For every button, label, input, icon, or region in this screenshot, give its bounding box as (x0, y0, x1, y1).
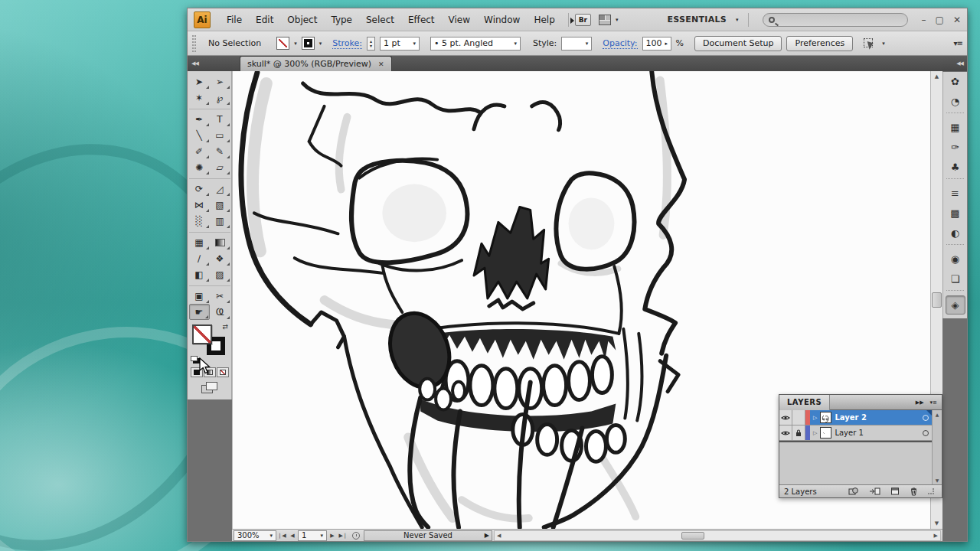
brushes-panel-button[interactable]: ✑ (946, 138, 965, 157)
selection-tool[interactable]: ➤ (189, 73, 210, 90)
appearance-panel-button[interactable]: ◉ (946, 249, 965, 269)
expand-triangle-icon[interactable]: ▷ (813, 430, 817, 436)
menu-object[interactable]: Object (280, 11, 324, 28)
scroll-down-icon[interactable]: ▼ (936, 478, 939, 483)
drawing-modes-button[interactable] (201, 382, 218, 393)
lock-toggle[interactable] (792, 425, 805, 440)
artboard-tool[interactable]: ▣ (189, 288, 210, 304)
none-button[interactable] (217, 367, 229, 377)
direct-selection-tool[interactable]: ➢ (210, 73, 230, 90)
panel-menu-icon[interactable]: ▾≡ (930, 399, 937, 406)
maximize-button[interactable]: ▢ (936, 15, 944, 25)
layer-name[interactable]: Layer 2 (835, 413, 866, 422)
save-status-field[interactable]: Never Saved ▶ (364, 530, 492, 541)
delete-layer-icon[interactable] (910, 487, 918, 496)
brush-definition-select[interactable]: • 5 pt. Angled▾ (430, 37, 521, 51)
stroke-weight-stepper[interactable]: ▴▾ (367, 37, 375, 51)
workspace-dropdown-icon[interactable]: ▾ (736, 17, 739, 23)
stroke-color-swatch[interactable] (276, 37, 289, 50)
close-button[interactable]: ✕ (953, 15, 961, 25)
menu-effect[interactable]: Effect (401, 11, 442, 28)
arrange-documents-dropdown-icon[interactable]: ▾ (616, 17, 619, 23)
next-artboard-button[interactable]: ▶ (327, 533, 338, 539)
layer-thumbnail[interactable] (820, 412, 831, 423)
stroke-swatch-dropdown-icon[interactable]: ▾ (294, 41, 297, 47)
bridge-button[interactable]: Br (575, 14, 591, 26)
rectangle-tool[interactable]: ▭ (210, 127, 230, 143)
layers-tab[interactable]: LAYERS (779, 395, 830, 410)
transparency-panel-button[interactable]: ◐ (946, 223, 965, 243)
dock-collapse-bar[interactable]: ◀◀ (942, 56, 967, 71)
live-paint-selection-tool[interactable]: ▨ (210, 266, 230, 282)
style-select[interactable]: ▾ (561, 37, 592, 51)
blend-tool[interactable]: ❖ (210, 250, 230, 266)
make-clipping-mask-icon[interactable] (848, 487, 859, 496)
pen-tool[interactable]: ✒ (189, 111, 210, 127)
menu-type[interactable]: Type (324, 11, 359, 28)
rotate-tool[interactable]: ⟳ (189, 181, 210, 197)
menu-view[interactable]: View (442, 11, 477, 28)
stroke-weight-link[interactable]: Stroke: (332, 38, 362, 49)
horizontal-scrollbar[interactable]: ◀ ▶ (494, 530, 941, 541)
select-similar-icon[interactable] (862, 37, 877, 50)
symbols-panel-button[interactable]: ♣ (946, 158, 965, 177)
layer-thumbnail[interactable] (820, 427, 831, 439)
layer-row-layer1[interactable]: ▷ Layer 1 (779, 425, 932, 441)
status-flyout-icon[interactable]: ▶ (485, 532, 489, 539)
target-circle-icon[interactable] (923, 430, 929, 436)
slice-tool[interactable]: ✂ (210, 288, 230, 304)
menu-edit[interactable]: Edit (249, 11, 280, 28)
scroll-up-icon[interactable]: ▲ (935, 71, 939, 82)
scroll-left-icon[interactable]: ◀ (497, 533, 501, 539)
scroll-down-icon[interactable]: ▼ (935, 518, 939, 529)
lasso-tool[interactable]: ℘ (210, 90, 230, 106)
stroke-weight-value[interactable]: 1 pt▾ (380, 37, 420, 51)
paintbrush-tool[interactable]: ✐ (189, 143, 210, 159)
eyedropper-tool[interactable]: ∕ (189, 250, 210, 266)
collapse-arrows-icon[interactable]: ◀◀ (956, 60, 963, 67)
first-artboard-button[interactable]: ❘◀ (276, 533, 287, 539)
opacity-link[interactable]: Opacity: (603, 38, 637, 49)
magic-wand-tool[interactable]: ✶ (189, 90, 210, 106)
tab-close-icon[interactable]: ✕ (378, 60, 384, 68)
scroll-right-icon[interactable]: ▶ (934, 533, 938, 539)
zoom-level-select[interactable]: 300%▾ (234, 530, 276, 541)
previous-artboard-button[interactable]: ◀ (287, 533, 298, 539)
toolbar-collapse-bar[interactable]: ◀◀ (188, 56, 232, 71)
zoom-tool[interactable]: Ҩ (210, 304, 230, 320)
fill-color-swatch[interactable] (302, 37, 315, 50)
gradient-panel-button[interactable]: ▩ (946, 204, 965, 223)
minimize-button[interactable]: – (922, 15, 926, 25)
column-graph-tool[interactable]: ▥ (210, 213, 230, 229)
scale-tool[interactable]: ◿ (210, 181, 230, 197)
panel-collapse-icon[interactable]: ▶▶ (916, 399, 924, 406)
panel-resize-grip[interactable] (928, 488, 934, 494)
horizontal-scroll-thumb[interactable] (681, 532, 704, 540)
opacity-value[interactable]: 100▸ (642, 37, 671, 51)
last-artboard-button[interactable]: ▶❘ (338, 533, 348, 539)
lock-toggle[interactable] (792, 410, 805, 425)
menu-select[interactable]: Select (359, 11, 401, 28)
type-tool[interactable]: T (210, 111, 230, 127)
expand-triangle-icon[interactable]: ▷ (813, 415, 817, 421)
document-tab[interactable]: skull* @ 300% (RGB/Preview) ✕ (240, 56, 392, 71)
fill-indicator[interactable] (192, 324, 212, 344)
line-segment-tool[interactable]: ╲ (189, 127, 210, 143)
artboard-number-select[interactable]: 1▾ (298, 530, 327, 541)
preferences-button[interactable]: Preferences (786, 36, 853, 51)
color-guide-panel-button[interactable]: ◔ (946, 92, 965, 111)
menu-help[interactable]: Help (527, 11, 561, 28)
live-paint-bucket-tool[interactable]: ◧ (189, 266, 210, 282)
search-input[interactable] (763, 13, 908, 27)
symbol-sprayer-tool[interactable]: ░ (189, 213, 210, 229)
eraser-tool[interactable]: ▱ (210, 159, 230, 175)
blob-brush-tool[interactable]: ✺ (189, 159, 210, 175)
panel-grip[interactable] (192, 35, 196, 52)
layer-row-layer2[interactable]: ▷ Layer 2 (779, 410, 932, 425)
menu-file[interactable]: File (220, 11, 249, 28)
visibility-toggle[interactable] (779, 410, 792, 425)
layer-name[interactable]: Layer 1 (835, 429, 863, 437)
gradient-tool[interactable] (210, 234, 230, 250)
vertical-scroll-thumb[interactable] (932, 292, 942, 308)
swatches-panel-button[interactable]: ▦ (946, 118, 965, 137)
